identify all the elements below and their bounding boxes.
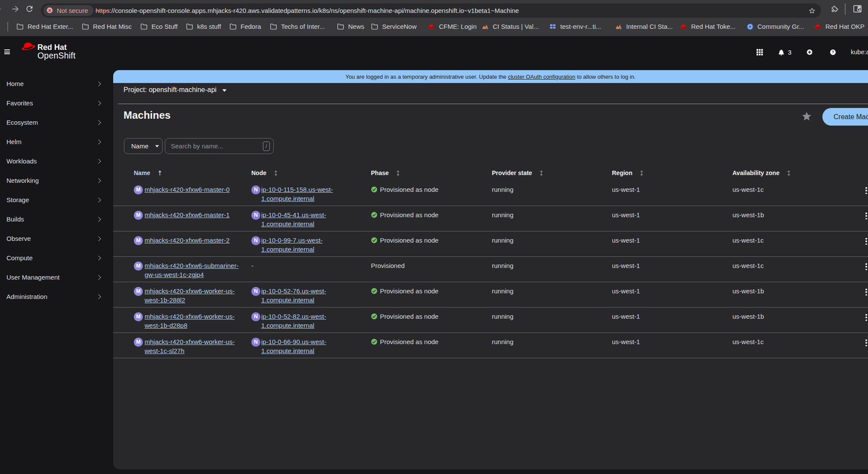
svg-text:?: ?: [832, 50, 834, 54]
